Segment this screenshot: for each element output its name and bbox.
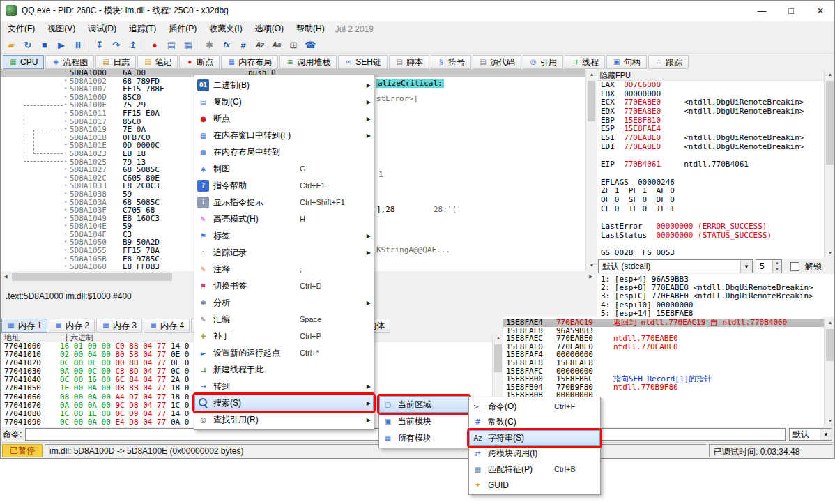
menu-2[interactable]: 调试(D)	[82, 21, 123, 37]
tab-threads[interactable]: ⇉线程	[565, 55, 605, 69]
tab-dump-4[interactable]: ▦内存 4	[144, 319, 190, 333]
item-analysis[interactable]: ✱分析▶	[194, 294, 374, 311]
item-instruction-help[interactable]: ?指令帮助Ctrl+F1	[194, 177, 374, 194]
button-log-window[interactable]: ▤	[163, 38, 180, 52]
item-show-mnemonic-brief[interactable]: i显示指令提示Ctrl+Shift+F1	[194, 194, 374, 211]
button-run[interactable]: ▶	[53, 38, 70, 52]
chevron-down-icon[interactable]: ▾	[740, 260, 752, 273]
item-copy[interactable]: ▤复制(C)▶	[194, 93, 374, 110]
tab-cpu[interactable]: ▦CPU	[3, 55, 44, 69]
scroll-left-icon[interactable]: ◀	[0, 271, 11, 282]
button-text[interactable]: Aa	[268, 38, 285, 52]
tab-references[interactable]: ◎引用	[523, 55, 563, 69]
calling-convention-select[interactable]: 默认 (stdcall) ▾	[598, 259, 753, 273]
scroll-thumb[interactable]	[826, 81, 834, 165]
stepper-up-icon[interactable]: ▲	[773, 260, 781, 266]
stack-row[interactable]: 15E8FB0015E8FB6C指向SEH_Record[1]的指针	[503, 375, 824, 383]
tab-dump-2[interactable]: ▦内存 2	[49, 319, 95, 333]
item-graph[interactable]: ◈制图G	[194, 160, 374, 177]
scroll-up-icon[interactable]: ▲	[493, 333, 504, 344]
button-spy[interactable]: ☎	[302, 38, 319, 52]
hide-fpu-button[interactable]: 隐藏FPU	[597, 69, 824, 81]
button-strings[interactable]: Az	[252, 38, 268, 52]
item-binary[interactable]: 01二进制(B)▶	[194, 77, 374, 93]
tab-dump-1[interactable]: ▦内存 1	[1, 319, 47, 333]
item-label[interactable]: ⚑标签▶	[194, 227, 374, 244]
scroll-up-icon[interactable]: ▲	[825, 317, 835, 328]
item-highlighting-mode[interactable]: ✎高亮模式(H)H	[194, 211, 374, 227]
button-step-over[interactable]: ↷	[108, 38, 125, 52]
menu-0[interactable]: 文件(F)	[1, 21, 41, 37]
tab-memory-map[interactable]: ▦内存布局	[221, 55, 278, 69]
tab-dump-3[interactable]: ▦内存 3	[96, 319, 142, 333]
item-search[interactable]: 搜索(S)▶	[194, 395, 374, 411]
button-breakpoints[interactable]: ●	[146, 38, 163, 52]
tab-script[interactable]: ▤脚本	[389, 55, 429, 69]
menu-5[interactable]: 收藏夹(I)	[203, 21, 248, 37]
stepper-buttons[interactable]: ▲▼	[772, 260, 781, 273]
item-comment[interactable]: ✎注释;	[194, 261, 374, 277]
arg-count-stepper[interactable]: 5 ▲▼	[756, 259, 782, 273]
minimize-button[interactable]: —	[747, 0, 776, 21]
item-breakpoint[interactable]: ●断点▶	[194, 110, 374, 127]
scroll-thumb[interactable]	[826, 329, 834, 361]
item-constant[interactable]: #常数(C)	[469, 415, 600, 431]
menu-1[interactable]: 视图(V)	[41, 21, 82, 37]
item-follow-in-dump[interactable]: ▦在内存窗口中转到(F)▶	[194, 127, 374, 144]
tab-symbols[interactable]: §符号	[431, 55, 471, 69]
item-create-thread-here[interactable]: ⇉新建线程于此	[194, 361, 374, 378]
item-set-new-origin[interactable]: ►设置新的运行起点Ctrl+*	[194, 344, 374, 361]
item-guid[interactable]: ✦GUID	[469, 478, 600, 494]
scroll-thumb[interactable]	[588, 81, 595, 121]
button-patches[interactable]: #	[235, 38, 252, 52]
menu-4[interactable]: 插件(P)	[162, 21, 203, 37]
stack-row[interactable]: 15E8FAF815E8FAE8	[503, 359, 824, 367]
button-calculator[interactable]: ⊞	[285, 38, 302, 52]
item-all-modules[interactable]: ▦所有模块▶	[379, 429, 469, 446]
stack-row[interactable]: 15E8FAF400000000	[503, 351, 824, 359]
item-trace-record[interactable]: ∴追踪记录▶	[194, 244, 374, 261]
chevron-down-icon[interactable]: ▾	[820, 429, 832, 440]
scroll-down-icon[interactable]: ▼	[586, 260, 597, 271]
unlock-checkbox[interactable]	[790, 262, 799, 271]
tab-graph[interactable]: ◈流程图	[45, 55, 94, 69]
button-execute-till-return[interactable]: ↥	[125, 38, 141, 52]
item-command[interactable]: >_命令(O)Ctrl+F	[469, 399, 600, 415]
disasm-vscrollbar[interactable]: ▲ ▼	[585, 69, 597, 271]
item-assemble[interactable]: ✎汇编Space	[194, 311, 374, 328]
menu-6[interactable]: 选项(O)	[249, 21, 290, 37]
button-script-functions[interactable]: fx	[218, 38, 235, 52]
stack-row[interactable]: 15E8FB04770B9F80ntdll.770B9F80	[503, 383, 824, 392]
scroll-down-icon[interactable]: ▼	[825, 247, 835, 259]
item-string-references[interactable]: Az字符串(S)	[469, 430, 600, 446]
tab-seh[interactable]: ∞SEH链	[338, 55, 388, 69]
stepper-down-icon[interactable]: ▼	[773, 266, 781, 273]
scroll-right-icon[interactable]: ▶	[585, 271, 597, 282]
item-toggle-bookmark[interactable]: ⚑切换书签Ctrl+D	[194, 277, 374, 294]
scroll-up-icon[interactable]: ▲	[586, 69, 597, 80]
item-pattern[interactable]: ▩匹配特征(P)Ctrl+B	[469, 461, 600, 478]
item-current-module[interactable]: ▣当前模块▶	[379, 413, 469, 429]
command-profile-select[interactable]: 默认 ▾	[789, 428, 832, 441]
stack-row[interactable]: 15E8FAF0770EABE0ntdll.770EABE0	[503, 343, 824, 351]
button-pause[interactable]: Ⅱ	[70, 38, 86, 52]
item-follow-in-memory-map[interactable]: ▦在内存布局中转到	[194, 144, 374, 160]
button-restart[interactable]: ↻	[20, 38, 36, 52]
stack-vscrollbar[interactable]: ▲ ▼	[824, 317, 835, 427]
item-intermodular-calls[interactable]: ⇄跨模块调用(I)	[469, 446, 600, 462]
tab-call-stack[interactable]: ≣调用堆栈	[279, 55, 337, 69]
maximize-button[interactable]: □	[776, 0, 806, 21]
tab-breakpoints[interactable]: ●断点	[179, 55, 220, 69]
tab-trace[interactable]: ∴跟踪	[648, 55, 689, 69]
button-preferences[interactable]: ✱	[201, 38, 218, 52]
button-open-file[interactable]: ▰	[3, 38, 20, 52]
menu-7[interactable]: 帮助(H)	[290, 21, 331, 37]
tab-notes[interactable]: ▤笔记	[137, 55, 178, 69]
scroll-up-icon[interactable]: ▲	[825, 69, 835, 80]
item-goto[interactable]: →转到▶	[194, 378, 374, 395]
menu-3[interactable]: 追踪(T)	[123, 21, 162, 37]
item-patch[interactable]: ✚补丁Ctrl+P	[194, 328, 374, 344]
scroll-thumb[interactable]	[12, 273, 172, 281]
button-stop[interactable]: ■	[36, 38, 53, 52]
tab-log[interactable]: ▤日志	[95, 55, 136, 69]
